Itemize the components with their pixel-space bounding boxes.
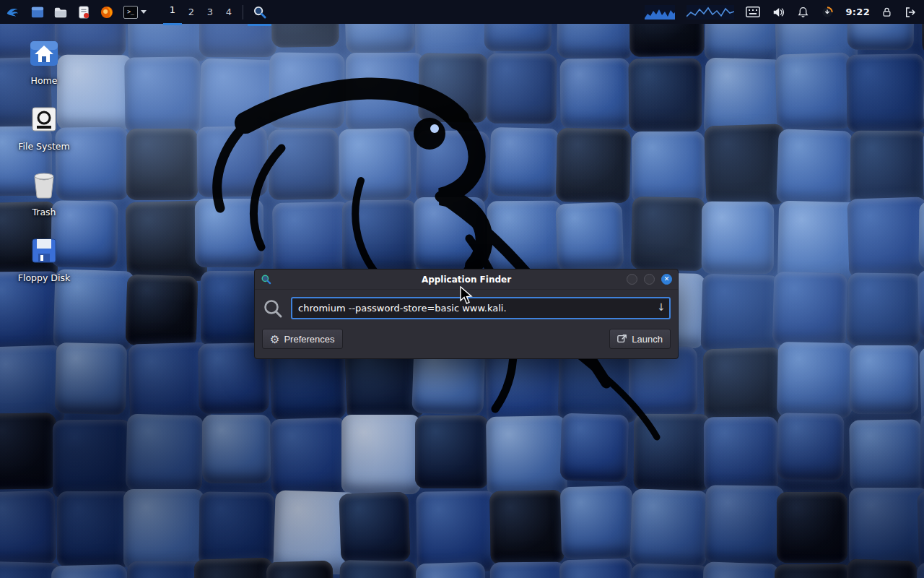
application-finder-window: Application Finder ✕ ↓ ⚙ Preferences (254, 269, 679, 359)
text-editor-icon (77, 6, 90, 19)
launch-button[interactable]: Launch (609, 329, 671, 349)
wallpaper-cube (0, 271, 61, 354)
taskbar-application-finder[interactable] (248, 0, 271, 26)
folder-icon (54, 6, 67, 19)
kali-menu-button[interactable] (0, 0, 26, 24)
wallpaper-cube (772, 272, 847, 348)
wallpaper-cube (487, 201, 562, 276)
wallpaper-cube (702, 202, 775, 275)
terminal-dropdown-launcher[interactable]: >_ (118, 0, 152, 24)
wallpaper-cube (193, 557, 274, 578)
home-folder-icon (28, 38, 60, 69)
notifications-bell-icon[interactable] (797, 6, 809, 19)
wallpaper-cube (52, 419, 131, 498)
wallpaper-cube (123, 489, 204, 570)
window-title: Application Finder (255, 275, 678, 285)
workspace-1[interactable]: 1 (163, 0, 182, 25)
workspace-3[interactable]: 3 (201, 0, 219, 24)
system-tray: 9:22 (645, 5, 924, 20)
wallpaper-cube (0, 413, 56, 490)
wallpaper-cube (776, 129, 853, 206)
window-icon (261, 274, 271, 285)
wallpaper-cube (705, 485, 785, 565)
wallpaper-cube (126, 274, 199, 347)
wallpaper-cube (559, 558, 635, 578)
wallpaper-cube (705, 124, 787, 206)
kali-menu-icon (5, 4, 21, 20)
desktop-icon-filesystem[interactable]: File System (13, 103, 75, 152)
wallpaper-cube (126, 414, 204, 493)
wallpaper-cube (847, 197, 924, 278)
application-finder-icon (253, 5, 266, 19)
wallpaper-cube (57, 491, 133, 567)
updates-icon[interactable] (821, 6, 834, 19)
wallpaper-cube (268, 129, 339, 199)
wallpaper-cube (560, 485, 635, 559)
desktop-icon-label: Home (31, 75, 58, 86)
wallpaper-cube (700, 274, 780, 354)
wallpaper-cube (416, 130, 489, 204)
wallpaper-cube (775, 52, 853, 131)
wallpaper-cube (777, 492, 847, 563)
clock[interactable]: 9:22 (845, 7, 870, 17)
maximize-button[interactable] (644, 274, 655, 285)
search-icon (262, 298, 284, 319)
wallpaper-cube (560, 58, 631, 129)
wallpaper-cube (629, 564, 709, 578)
wallpaper-cube (416, 561, 487, 578)
folder-launcher[interactable] (49, 0, 72, 24)
wallpaper-cube (339, 491, 410, 563)
desktop-icon-home[interactable]: Home (13, 38, 75, 86)
top-panel: >_ 1 2 3 4 (0, 0, 924, 24)
file-manager-launcher[interactable] (26, 0, 49, 24)
titlebar[interactable]: Application Finder ✕ (255, 269, 678, 290)
preferences-label: Preferences (284, 334, 334, 345)
workspace-2[interactable]: 2 (182, 0, 201, 24)
wallpaper-cube (487, 53, 557, 124)
wallpaper-cube (847, 272, 922, 347)
firefox-launcher[interactable] (95, 0, 118, 24)
wallpaper-cube (51, 564, 128, 578)
volume-icon[interactable] (772, 6, 785, 19)
minimize-button[interactable] (627, 274, 637, 285)
desktop-icon-list: Home File System Trash (13, 38, 75, 283)
wallpaper-cube (850, 130, 924, 207)
wallpaper-cube (416, 491, 497, 572)
logout-icon[interactable] (904, 6, 917, 19)
wallpaper-cube (777, 342, 853, 418)
wallpaper-cube (339, 128, 411, 201)
desktop-icon-label: File System (18, 141, 70, 152)
desktop-icon-trash[interactable]: Trash (13, 169, 75, 217)
gear-icon: ⚙ (270, 334, 279, 345)
wallpaper-cube (489, 562, 566, 578)
wallpaper-cube (202, 415, 271, 483)
workspace-4[interactable]: 4 (219, 0, 238, 24)
desktop-icon-label: Trash (32, 207, 56, 217)
floppy-disk-icon (28, 235, 60, 267)
command-input[interactable] (291, 297, 671, 319)
system-monitor-graph-icon[interactable] (645, 5, 675, 20)
keyboard-indicator-icon[interactable] (746, 7, 760, 17)
wallpaper-cube (849, 488, 924, 568)
wallpaper-cube (342, 200, 417, 275)
preferences-button[interactable]: ⚙ Preferences (262, 329, 343, 349)
wallpaper-cube (920, 413, 924, 494)
wallpaper-cube (339, 560, 417, 578)
wallpaper-cube (195, 199, 263, 267)
wallpaper-cube (126, 561, 205, 578)
wallpaper-cube (849, 345, 918, 414)
close-button[interactable]: ✕ (661, 274, 672, 285)
wallpaper-cube (346, 53, 424, 131)
lock-screen-icon[interactable] (881, 6, 892, 19)
text-editor-launcher[interactable] (72, 0, 95, 24)
trash-icon (28, 169, 60, 201)
desktop-icon-floppy[interactable]: Floppy Disk (13, 235, 75, 283)
terminal-icon: >_ (123, 6, 138, 19)
wallpaper-cube (632, 131, 705, 204)
wallpaper-cube (849, 420, 923, 493)
network-graph-icon[interactable] (687, 5, 734, 20)
wallpaper-cube (126, 129, 199, 201)
wallpaper-cube (559, 413, 628, 481)
wallpaper-cube (918, 201, 924, 269)
wallpaper-cube (634, 413, 711, 491)
